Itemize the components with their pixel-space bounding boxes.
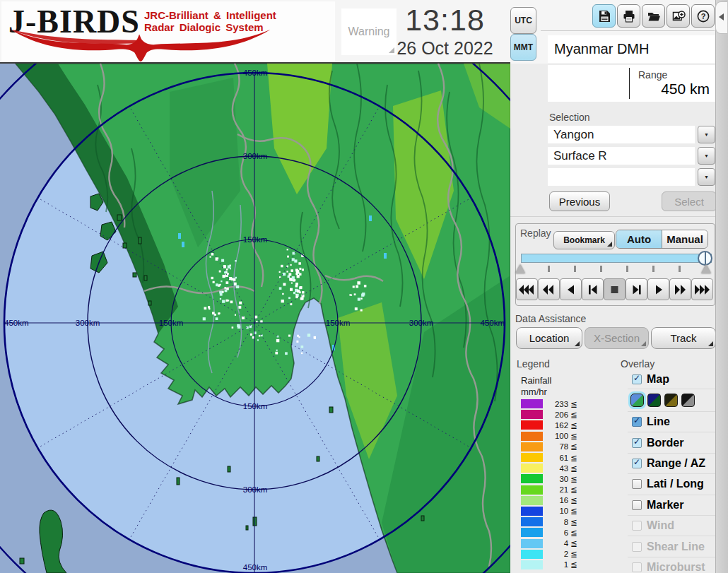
legend-row: 8 ≦ bbox=[521, 516, 577, 527]
overlay-item-border: Border bbox=[628, 432, 715, 453]
overlay-item-label: Microburst bbox=[647, 561, 705, 573]
legend-value-label: 162 ≦ bbox=[543, 420, 577, 430]
legend-value-label: 10 ≦ bbox=[543, 506, 577, 516]
range-label: 300km bbox=[409, 319, 434, 327]
microburst-checkbox bbox=[632, 562, 642, 572]
panel-collapse-strip bbox=[715, 0, 728, 573]
range-value: 450 km bbox=[661, 81, 710, 98]
stop-button[interactable] bbox=[604, 278, 626, 300]
range-label: 300km bbox=[243, 152, 268, 160]
legend-color-swatch bbox=[521, 528, 543, 537]
legend-value-label: 100 ≦ bbox=[543, 431, 577, 441]
slider-tick bbox=[679, 266, 681, 272]
jbirds-logo: J-BIRDS JRC-Brilliant & Intelligent Rada… bbox=[1, 1, 335, 62]
range-label: 300km bbox=[243, 485, 268, 494]
help-button[interactable]: ? bbox=[691, 4, 715, 28]
border-checkbox[interactable] bbox=[632, 438, 642, 448]
svg-text:?: ? bbox=[700, 12, 705, 20]
slider-tick bbox=[600, 266, 602, 272]
overlay-item-label: Range / AZ bbox=[647, 457, 705, 470]
panel-collapse-tab[interactable] bbox=[715, 1, 727, 34]
transport-controls bbox=[516, 278, 713, 300]
bookmark-button[interactable]: Bookmark bbox=[553, 231, 615, 249]
legend-row: 2 ≦ bbox=[521, 549, 577, 560]
previous-button[interactable]: Previous bbox=[549, 191, 610, 211]
step-backward-button[interactable] bbox=[582, 278, 604, 300]
range-label: 450km bbox=[243, 563, 268, 572]
marker-checkbox[interactable] bbox=[632, 500, 642, 510]
print-button[interactable] bbox=[617, 4, 640, 28]
map-style-swatch-3[interactable] bbox=[664, 394, 678, 407]
legend-value-label: 8 ≦ bbox=[543, 517, 577, 527]
forward-fast-button[interactable] bbox=[691, 278, 713, 300]
stop-icon bbox=[606, 284, 624, 295]
map-style-swatch-2[interactable] bbox=[647, 394, 661, 407]
map-style-swatch-1[interactable] bbox=[630, 394, 644, 407]
line-checkbox[interactable] bbox=[632, 417, 642, 427]
radar-map-display[interactable]: 450km300km150km150km300km450km450km300km… bbox=[0, 62, 510, 573]
legend-value-label: 43 ≦ bbox=[543, 463, 577, 473]
timezone-utc-button[interactable]: UTC bbox=[510, 7, 536, 34]
add-map-icon bbox=[671, 9, 686, 23]
forward-button[interactable] bbox=[669, 278, 691, 300]
lati-long-checkbox[interactable] bbox=[632, 479, 642, 489]
map-style-swatch-4[interactable] bbox=[681, 394, 695, 407]
map-checkbox[interactable] bbox=[632, 374, 642, 384]
site-dropdown-button[interactable]: ▼ bbox=[698, 126, 715, 143]
shear-line-checkbox bbox=[632, 542, 642, 552]
play-icon bbox=[650, 284, 668, 295]
option-dropdown-value[interactable] bbox=[548, 168, 695, 186]
play-backward-button[interactable] bbox=[560, 278, 582, 300]
legend-value-label: 61 ≦ bbox=[543, 453, 577, 463]
legend-unit-title: Rainfall bbox=[521, 375, 551, 386]
slider-end-marker[interactable] bbox=[701, 264, 711, 273]
overlay-item-map: Map bbox=[628, 370, 715, 389]
selection-label: Selection bbox=[549, 112, 590, 123]
range-az-checkbox[interactable] bbox=[632, 459, 642, 468]
legend-color-swatch bbox=[521, 420, 543, 430]
legend-color-swatch bbox=[521, 432, 543, 441]
location-button[interactable]: Location bbox=[516, 327, 582, 349]
slider-tick bbox=[626, 266, 628, 272]
chevron-down-icon: ▼ bbox=[704, 175, 709, 179]
overlay-item-label: Map bbox=[647, 373, 669, 386]
site-dropdown-value[interactable]: Yangon bbox=[548, 126, 695, 143]
range-label: 450km bbox=[480, 319, 505, 327]
auto-mode-button[interactable]: Auto bbox=[616, 230, 662, 248]
map-style-row bbox=[628, 389, 715, 412]
slider-start-marker[interactable] bbox=[515, 264, 525, 273]
replay-slider-track[interactable] bbox=[521, 254, 712, 263]
add-map-button[interactable] bbox=[667, 4, 690, 28]
section-divider bbox=[510, 216, 715, 217]
rew2-icon bbox=[540, 284, 558, 295]
overlay-item-wind: Wind bbox=[628, 516, 715, 536]
legend-label: Legend bbox=[517, 358, 550, 370]
overlay-item-microburst: Microburst bbox=[628, 557, 715, 573]
product-dropdown-button[interactable]: ▼ bbox=[698, 147, 715, 165]
option-dropdown-button[interactable]: ▼ bbox=[698, 168, 715, 186]
legend-row: 16 ≦ bbox=[521, 495, 577, 506]
stepf-icon bbox=[628, 284, 646, 295]
step-forward-button[interactable] bbox=[626, 278, 647, 300]
legend-value-label: 1 ≦ bbox=[543, 560, 577, 569]
replay-slider-thumb[interactable] bbox=[698, 251, 712, 266]
range-label: 450km bbox=[4, 319, 29, 327]
rewind-button[interactable] bbox=[538, 278, 560, 300]
timezone-mmt-button[interactable]: MMT bbox=[510, 34, 536, 61]
product-dropdown: Surface R ▼ bbox=[548, 147, 715, 165]
legend-value-label: 6 ≦ bbox=[543, 528, 577, 538]
play-button[interactable] bbox=[647, 278, 669, 300]
legend-color-swatch bbox=[521, 496, 543, 505]
rewind-fast-button[interactable] bbox=[516, 278, 538, 300]
overlay-item-label: Shear Line bbox=[647, 540, 705, 553]
open-folder-button[interactable] bbox=[642, 4, 665, 28]
x-section-button[interactable]: X-Section bbox=[585, 327, 649, 349]
product-dropdown-value[interactable]: Surface R bbox=[548, 147, 695, 165]
manual-mode-button[interactable]: Manual bbox=[662, 230, 708, 248]
ff3-icon bbox=[693, 284, 712, 295]
track-button[interactable]: Track bbox=[651, 327, 716, 349]
save-button[interactable] bbox=[592, 4, 616, 28]
select-button[interactable]: Select bbox=[662, 191, 717, 211]
warning-button[interactable]: Warning bbox=[341, 8, 397, 55]
slider-tick bbox=[574, 266, 576, 272]
